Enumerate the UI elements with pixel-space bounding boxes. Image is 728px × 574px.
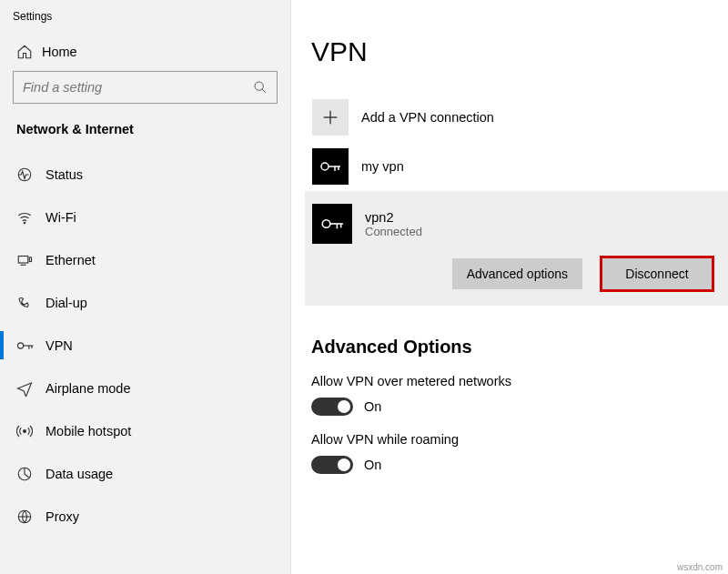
- hotspot-icon: [16, 423, 46, 439]
- sidebar: Settings Home Network & Internet Status: [0, 0, 291, 574]
- sidebar-item-label: Mobile hotspot: [46, 424, 131, 438]
- sidebar-item-label: Airplane mode: [46, 381, 131, 396]
- advanced-options-button[interactable]: Advanced options: [452, 258, 582, 289]
- svg-point-0: [255, 82, 263, 90]
- svg-point-7: [18, 342, 24, 347]
- page-title: VPN: [291, 36, 728, 93]
- toggle-state: On: [364, 458, 381, 472]
- svg-point-11: [24, 429, 26, 432]
- search-field[interactable]: [23, 80, 253, 95]
- sidebar-item-hotspot[interactable]: Mobile hotspot: [0, 409, 290, 452]
- sidebar-item-label: Wi-Fi: [46, 210, 76, 225]
- sidebar-item-label: Dial-up: [46, 296, 87, 310]
- svg-rect-4: [18, 256, 28, 263]
- datausage-icon: [16, 466, 46, 482]
- svg-point-3: [24, 222, 25, 224]
- window-title: Settings: [0, 0, 290, 33]
- vpn-connection-myvpn[interactable]: my vpn: [305, 142, 728, 191]
- svg-point-16: [321, 163, 329, 170]
- toggle-state: On: [364, 399, 381, 414]
- sidebar-item-ethernet[interactable]: Ethernet: [0, 238, 290, 281]
- svg-rect-5: [29, 257, 31, 262]
- airplane-icon: [16, 380, 46, 397]
- sidebar-item-status[interactable]: Status: [0, 153, 290, 196]
- setting-vpn-roaming: Allow VPN while roaming On: [291, 432, 728, 490]
- svg-point-20: [322, 220, 330, 228]
- nav-home[interactable]: Home: [0, 33, 290, 71]
- sidebar-item-proxy[interactable]: Proxy: [0, 495, 290, 538]
- vpn-connection-icon: [312, 204, 352, 244]
- vpn-connection-label: vpn2: [365, 210, 422, 225]
- setting-label: Allow VPN while roaming: [311, 432, 728, 456]
- proxy-icon: [16, 509, 46, 525]
- vpn-connection-label: my vpn: [361, 159, 404, 174]
- sidebar-item-label: VPN: [46, 338, 73, 353]
- vpn-icon: [16, 337, 46, 354]
- dialup-icon: [16, 295, 46, 311]
- sidebar-item-vpn[interactable]: VPN: [0, 324, 290, 367]
- sidebar-item-datausage[interactable]: Data usage: [0, 452, 290, 495]
- sidebar-item-label: Status: [46, 167, 83, 182]
- status-icon: [16, 166, 46, 183]
- sidebar-item-dialup[interactable]: Dial-up: [0, 281, 290, 324]
- sidebar-item-wifi[interactable]: Wi-Fi: [0, 196, 290, 238]
- home-icon: [16, 44, 42, 60]
- advanced-options-heading: Advanced Options: [291, 306, 728, 374]
- category-header: Network & Internet: [0, 122, 290, 153]
- toggle-vpn-metered[interactable]: [311, 398, 353, 416]
- search-input[interactable]: [13, 71, 278, 104]
- sidebar-item-label: Data usage: [46, 467, 113, 481]
- add-vpn-label: Add a VPN connection: [361, 110, 494, 125]
- watermark: wsxdn.com: [677, 562, 723, 572]
- sidebar-item-label: Ethernet: [46, 253, 96, 267]
- toggle-vpn-roaming[interactable]: [311, 456, 353, 474]
- nav-home-label: Home: [42, 45, 77, 59]
- setting-label: Allow VPN over metered networks: [311, 374, 728, 398]
- sidebar-item-label: Proxy: [46, 509, 79, 524]
- vpn-connection-icon: [312, 148, 349, 185]
- main-pane: VPN Add a VPN connection my vpn: [291, 0, 728, 574]
- svg-line-1: [262, 89, 266, 93]
- sidebar-item-airplane[interactable]: Airplane mode: [0, 367, 290, 409]
- vpn-connection-vpn2[interactable]: vpn2 Connected Advanced options Disconne…: [305, 191, 728, 306]
- add-vpn-connection[interactable]: Add a VPN connection: [305, 93, 728, 142]
- disconnect-button[interactable]: Disconnect: [602, 258, 712, 289]
- setting-vpn-metered: Allow VPN over metered networks On: [291, 374, 728, 432]
- vpn-connection-status: Connected: [365, 225, 422, 238]
- wifi-icon: [16, 209, 46, 226]
- plus-icon: [312, 99, 349, 136]
- ethernet-icon: [16, 252, 46, 268]
- search-icon: [253, 80, 268, 95]
